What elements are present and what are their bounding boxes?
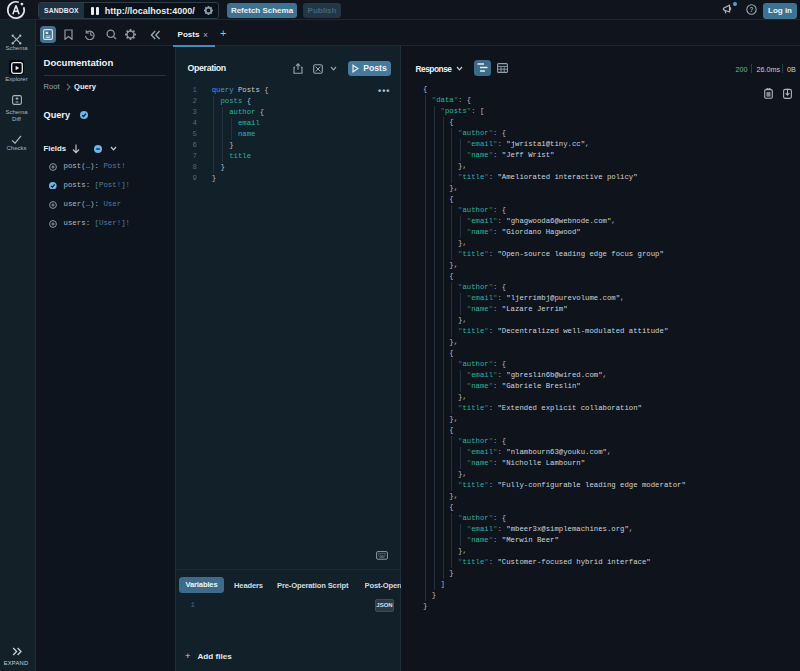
svg-text:?: ? — [750, 6, 754, 13]
